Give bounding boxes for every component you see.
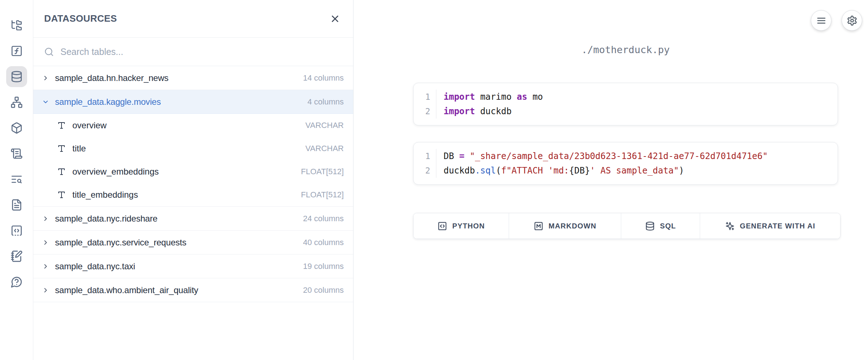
column-type: VARCHAR — [305, 121, 344, 130]
sidebar-item-variables[interactable] — [4, 38, 29, 64]
add-cell-button-label: MARKDOWN — [549, 222, 596, 230]
table-row[interactable]: sample_data.nyc.taxi19 columns — [33, 254, 353, 278]
sidebar-item-help[interactable] — [4, 269, 29, 295]
chevron-right-icon — [42, 74, 49, 82]
search-input[interactable] — [60, 47, 342, 57]
table-name: sample_data.kaggle.movies — [55, 97, 302, 107]
panel-header: DATASOURCES — [33, 0, 353, 38]
add-cell-markdown-button[interactable]: MARKDOWN — [509, 213, 621, 239]
search-bar — [33, 38, 353, 66]
column-row[interactable]: overview_embeddingsFLOAT[512] — [33, 160, 353, 183]
code-text: duckdb.sql(f"ATTACH 'md:{DB}' AS sample_… — [436, 163, 838, 178]
search-icon — [44, 47, 54, 57]
code-line: 2import duckdb — [414, 104, 838, 119]
database-icon — [645, 221, 655, 231]
table-list: sample_data.hn.hacker_news14 columnssamp… — [33, 66, 353, 302]
chevron-down-icon — [42, 98, 49, 106]
table-name: sample_data.nyc.taxi — [55, 261, 297, 271]
add-cell-python-button[interactable]: PYTHON — [414, 213, 509, 239]
settings-icon — [847, 15, 858, 26]
table-row[interactable]: sample_data.kaggle.movies4 columns — [33, 90, 353, 114]
box-icon — [10, 122, 23, 134]
activity-bar — [0, 0, 33, 360]
table-row[interactable]: sample_data.who.ambient_air_quality20 co… — [33, 278, 353, 302]
column-name: title — [72, 143, 299, 154]
line-number: 1 — [414, 149, 436, 163]
code-text: DB = "_share/sample_data/23b0d623-1361-4… — [436, 149, 838, 163]
table-columns-count: 20 columns — [303, 286, 344, 295]
panel-title: DATASOURCES — [44, 13, 117, 24]
type-icon — [57, 167, 66, 176]
code-line: 1import marimo as mo — [414, 90, 838, 104]
sidebar-item-logs[interactable] — [4, 141, 29, 166]
code-text: import marimo as mo — [436, 90, 838, 104]
settings-button[interactable] — [842, 10, 862, 31]
editor-area: ./motherduck.py 1import marimo as mo2imp… — [354, 0, 868, 360]
sparkles-icon — [725, 221, 735, 231]
sidebar-item-packages[interactable] — [4, 115, 29, 141]
file-text-icon — [10, 199, 23, 211]
column-row[interactable]: title_embeddingsFLOAT[512] — [33, 183, 353, 206]
column-row[interactable]: overviewVARCHAR — [33, 114, 353, 137]
table-row[interactable]: sample_data.nyc.rideshare24 columns — [33, 207, 353, 231]
sidebar-item-scratchpad[interactable] — [4, 243, 29, 269]
chevron-right-icon — [42, 287, 49, 294]
code-cell[interactable]: 1import marimo as mo2import duckdb — [413, 83, 838, 125]
line-number: 1 — [414, 90, 436, 104]
square-code-icon — [437, 221, 447, 231]
code-line: 1DB = "_share/sample_data/23b0d623-1361-… — [414, 149, 838, 163]
sidebar-item-file-explorer[interactable] — [4, 12, 29, 38]
table-row[interactable]: sample_data.hn.hacker_news14 columns — [33, 66, 353, 90]
square-dashed-code-icon — [10, 224, 23, 237]
cells-container: 1import marimo as mo2import duckdb1DB = … — [413, 83, 838, 185]
code-line: 2duckdb.sql(f"ATTACH 'md:{DB}' AS sample… — [414, 163, 838, 178]
code-text: import duckdb — [436, 104, 838, 119]
column-type: FLOAT[512] — [301, 167, 344, 176]
code-cell[interactable]: 1DB = "_share/sample_data/23b0d623-1361-… — [413, 142, 838, 185]
column-row[interactable]: titleVARCHAR — [33, 137, 353, 160]
network-icon — [10, 96, 23, 108]
text-search-icon — [10, 173, 23, 185]
chevron-right-icon — [42, 215, 49, 222]
line-number: 2 — [414, 104, 436, 119]
type-icon — [57, 121, 66, 130]
message-question-icon — [10, 276, 23, 288]
chevron-right-icon — [42, 239, 49, 246]
table-name: sample_data.who.ambient_air_quality — [55, 285, 297, 295]
line-number: 2 — [414, 163, 436, 178]
notebook-pen-icon — [10, 250, 23, 262]
table-name: sample_data.nyc.rideshare — [55, 214, 297, 224]
table-columns-count: 19 columns — [303, 262, 344, 271]
column-name: overview — [72, 120, 299, 130]
column-name: title_embeddings — [72, 190, 295, 200]
add-cell-generate-with-ai-button[interactable]: GENERATE WITH AI — [700, 213, 840, 239]
datasources-panel: DATASOURCES sample_data.hn.hacker_news14… — [33, 0, 353, 360]
sidebar-item-snippets[interactable] — [4, 218, 29, 243]
notebook-content: ./motherduck.py 1import marimo as mo2imp… — [413, 0, 838, 239]
table-columns-count: 4 columns — [308, 97, 344, 107]
add-cell-sql-button[interactable]: SQL — [621, 213, 700, 239]
column-type: FLOAT[512] — [301, 190, 344, 200]
folder-tree-icon — [10, 19, 23, 31]
database-icon — [10, 70, 23, 83]
x-icon — [330, 13, 340, 24]
square-m-icon — [534, 221, 543, 231]
table-columns-count: 24 columns — [303, 214, 344, 223]
table-name: sample_data.nyc.service_requests — [55, 237, 297, 248]
column-group: overviewVARCHARtitleVARCHARoverview_embe… — [33, 114, 353, 207]
table-row[interactable]: sample_data.nyc.service_requests40 colum… — [33, 231, 353, 254]
table-columns-count: 14 columns — [303, 73, 344, 83]
search-icon — [44, 47, 54, 57]
sidebar-item-dependencies[interactable] — [4, 89, 29, 115]
sidebar-item-documentation[interactable] — [4, 192, 29, 218]
add-cell-bar: PYTHONMARKDOWNSQLGENERATE WITH AI — [413, 213, 841, 239]
sidebar-item-datasources[interactable] — [4, 64, 29, 89]
sidebar-item-tracebacks[interactable] — [4, 166, 29, 192]
notebook-filename[interactable]: ./motherduck.py — [413, 44, 838, 55]
column-name: overview_embeddings — [72, 167, 295, 177]
column-type: VARCHAR — [305, 144, 344, 153]
close-panel-button[interactable] — [328, 12, 342, 26]
add-cell-button-label: SQL — [660, 222, 676, 230]
function-square-icon — [10, 45, 23, 57]
chevron-right-icon — [42, 263, 49, 270]
